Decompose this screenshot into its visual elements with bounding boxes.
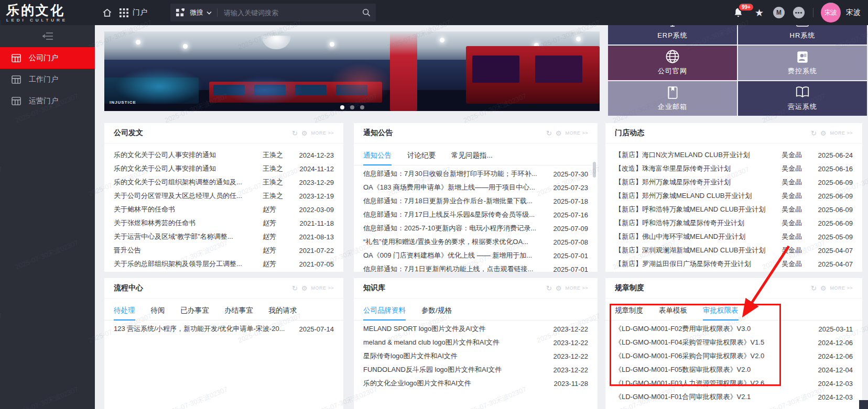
tile-hr[interactable]: HR系统 xyxy=(738,25,867,45)
list-item[interactable]: “礼包”使用和赠送/置换业务的要求，根据要求优化OA... 2025-07-08 xyxy=(363,235,588,249)
tab[interactable]: 我的请求 xyxy=(269,302,297,320)
search-input[interactable] xyxy=(223,8,362,17)
gear-icon[interactable]: ⚙ xyxy=(556,285,562,292)
search-engine-label[interactable]: 微搜 xyxy=(190,8,203,17)
tile-expense[interactable]: 费控系统 xyxy=(738,46,867,80)
more-link[interactable]: MORE >> xyxy=(565,130,588,136)
list-item[interactable]: 关于公司分区管理及大区总经理人员的任... 王涣之 2023-12-19 xyxy=(114,189,334,203)
list-item[interactable]: 关于鲍林平的任命书 赵芳 2022-03-09 xyxy=(114,203,334,216)
list-item[interactable]: 信息部通知：7月18日更新异业合作后台-新增批量下载... 2025-07-18 xyxy=(363,194,588,208)
refresh-icon[interactable]: ↻ xyxy=(546,285,552,292)
gear-icon[interactable]: ⚙ xyxy=(820,285,827,292)
home-icon[interactable] xyxy=(102,8,112,18)
tab[interactable]: 审批权限表 xyxy=(703,302,739,320)
list-item[interactable]: 【新店】郑州万象城星际传奇开业计划 吴金晶 2025-06-09 xyxy=(615,175,853,189)
carousel-dot[interactable] xyxy=(350,105,354,109)
gear-icon[interactable]: ⚙ xyxy=(556,130,562,137)
list-item[interactable]: OA《009 门店资料建档单》优化上线 —— 新增用于加... 2025-07-… xyxy=(363,249,588,262)
user-avatar[interactable]: 宋波 xyxy=(821,3,841,23)
list-item[interactable]: 信息部通知：7月30日收银台新增打印手环功能；手环补... 2025-07-30 xyxy=(363,167,588,181)
company-logo[interactable]: 乐的文化 LEDI CULTURE xyxy=(0,3,95,23)
more-link[interactable]: MORE >> xyxy=(830,130,853,136)
tab[interactable]: 通知公告 xyxy=(363,147,392,165)
sidebar-item[interactable]: 工作门户 xyxy=(0,69,95,90)
list-item[interactable]: 晋升公告 赵芳 2021-07-22 xyxy=(114,244,334,257)
more-link[interactable]: MORE >> xyxy=(830,285,853,291)
list-item[interactable]: 乐的文化关于公司组织架构调整的通知及... 王涣之 2023-12-29 xyxy=(114,175,334,189)
sidebar-item[interactable]: 运营门户 xyxy=(0,90,95,112)
tab[interactable]: 待处理 xyxy=(114,302,135,320)
carousel-dot[interactable] xyxy=(340,105,344,109)
list-item[interactable]: OA《183 商场费用申请单》新增上线——用于项目中心... 2025-07-2… xyxy=(363,181,588,194)
list-item[interactable]: 【新店】海口N次方MELAND CLUB开业计划 吴金晶 2025-06-24 xyxy=(615,148,853,162)
list-item[interactable]: 【新店】罗湖益田假日广场星际传奇开业计划 吴金晶 2025-04-07 xyxy=(615,257,853,271)
gear-icon[interactable]: ⚙ xyxy=(820,130,827,137)
list-item[interactable]: meland & meland club logo图片文件和AI文件 2023-… xyxy=(363,336,588,349)
list-item[interactable]: 【改造】珠海富华里星际传奇开业计划 吴金晶 2025-06-16 xyxy=(615,162,853,175)
refresh-icon[interactable]: ↻ xyxy=(292,130,298,137)
tab[interactable]: 公司品牌资料 xyxy=(363,302,406,320)
list-item[interactable]: 关于运营中心及区域“教学部”名称调整... 赵芳 2021-08-13 xyxy=(114,230,334,244)
scrollbar-thumb[interactable] xyxy=(593,162,596,178)
refresh-icon[interactable]: ↻ xyxy=(546,130,552,137)
list-item[interactable]: 【新店】郑州万象城MELAND CLUB开业计划 吴金晶 2025-06-09 xyxy=(615,189,853,203)
list-item[interactable]: 《LD-GMO-M001-F04采购管理审批权限表》V1.5 2024-12-0… xyxy=(615,336,853,349)
apps-grid-icon[interactable] xyxy=(120,8,128,17)
list-item[interactable]: 关于乐的总部组织架构及领导层分工调整... 赵芳 2021-07-05 xyxy=(114,257,334,271)
tile-operations[interactable]: 营运系统 xyxy=(738,81,867,116)
list-item[interactable]: 关于张煜和林秀芸的任命书 赵芳 2021-11-18 xyxy=(114,216,334,230)
tab[interactable]: 表单模板 xyxy=(659,302,687,320)
tab[interactable]: 办结事宜 xyxy=(225,302,253,320)
card-title: 流程中心 xyxy=(114,283,292,293)
tab[interactable]: 常见问题指... xyxy=(451,147,493,165)
list-item[interactable]: MELAND SPORT logo图片文件及AI文件 2023-12-22 xyxy=(363,322,588,336)
carousel-dot[interactable] xyxy=(360,105,364,109)
tile-erp[interactable]: ERP系统 xyxy=(608,25,737,45)
tab[interactable]: 参数/规格 xyxy=(421,302,452,320)
list-item[interactable]: 信息部通知：7月17日上线反斗乐园&星际传奇会员等级... 2025-07-16 xyxy=(363,208,588,222)
user-name[interactable]: 宋波 xyxy=(846,8,861,17)
gear-icon[interactable]: ⚙ xyxy=(301,285,308,292)
tab[interactable]: 规章制度 xyxy=(615,302,643,320)
list-item[interactable]: 信息部通知：2025-7-10更新内容：电玩小程序消费记录... 2025-07… xyxy=(363,222,588,235)
list-item[interactable]: 乐的文化关于公司人事安排的通知 王涣之 2024-12-23 xyxy=(114,148,334,162)
more-link[interactable]: MORE >> xyxy=(565,285,588,291)
list-item[interactable]: 《LD-GMO-M001-F02费用审批权限表》V3.0 2025-03-11 xyxy=(615,322,853,336)
chevron-down-icon[interactable] xyxy=(207,11,212,15)
list-item[interactable]: 【新店】佛山中海环宇城MELAND开业计划 吴金晶 2025-05-09 xyxy=(615,230,853,244)
search-icon[interactable] xyxy=(362,8,371,17)
tab[interactable]: 已办事宜 xyxy=(181,302,209,320)
tab[interactable]: 讨论纪要 xyxy=(407,147,436,165)
list-item[interactable]: 《LD-GMO-M001-F01合同审批权限表》V2.1 2024-12-03 xyxy=(615,390,853,404)
list-item[interactable]: 123 营运系统/小程序，新功能开发/优化申请单-宋波-20... 2025-0… xyxy=(114,322,334,336)
hero-banner[interactable]: INJUSTICE xyxy=(104,31,600,111)
list-item[interactable]: 《LD-GMO-M001-F06采购合同审批权限表》V2.0 2024-12-0… xyxy=(615,349,853,363)
gear-icon[interactable]: ⚙ xyxy=(301,130,308,137)
portal-label[interactable]: 门户 xyxy=(133,8,147,17)
list-item[interactable]: 乐的文化企业logo图片文件和AI文件 2023-11-28 xyxy=(363,377,588,390)
widgets-icon[interactable] xyxy=(176,8,185,17)
list-item[interactable]: 【新店】呼和浩特万象城MELAND CLUB开业计划 吴金晶 2025-06-0… xyxy=(615,203,853,216)
tab[interactable]: 待阅 xyxy=(151,302,165,320)
m-monogram-icon[interactable]: M xyxy=(773,7,785,18)
list-item[interactable]: 乐的文化关于公司人事安排的通知 王涣之 2024-11-12 xyxy=(114,162,334,175)
sidebar-item[interactable]: 公司门户 xyxy=(0,47,95,69)
sidebar-collapse-icon[interactable] xyxy=(0,25,95,47)
more-ellipsis-icon[interactable]: ••• xyxy=(793,7,805,18)
notifications-bell-icon[interactable]: 99+ xyxy=(733,7,743,18)
list-item[interactable]: 《LD-GMO-M001-F05数据审批权限表》V2.0 2024-12-04 xyxy=(615,363,853,377)
tile-website[interactable]: 公司官网 xyxy=(608,46,737,80)
refresh-icon[interactable]: ↻ xyxy=(292,285,298,292)
tile-mail[interactable]: 企业邮箱 xyxy=(608,81,737,116)
favorites-star-icon[interactable]: ★ xyxy=(755,7,764,19)
list-item[interactable]: 信息部通知：7月1日更新闸机功能上线，点击观看链接... 2025-07-01 xyxy=(363,262,588,272)
list-item[interactable]: 《LD-GMO-M001-F03人力资源管理权限表》V2.6 2024-12-0… xyxy=(615,377,853,390)
refresh-icon[interactable]: ↻ xyxy=(811,130,817,137)
list-item[interactable]: 星际传奇logo图片文件和AI文件 2023-12-22 xyxy=(363,349,588,363)
list-item[interactable]: FUNDOLAND反斗乐园 logo图片文件和AI文件 2023-12-22 xyxy=(363,363,588,377)
more-link[interactable]: MORE >> xyxy=(311,285,334,291)
refresh-icon[interactable]: ↻ xyxy=(811,285,817,292)
list-item[interactable]: 【新店】深圳观澜湖新城MELAND CLUB开业计划 吴金晶 2025-04-0… xyxy=(615,244,853,257)
more-link[interactable]: MORE >> xyxy=(311,130,334,136)
list-item[interactable]: 【新店】呼和浩特万象城星际传奇开业计划 吴金晶 2025-06-09 xyxy=(615,216,853,230)
